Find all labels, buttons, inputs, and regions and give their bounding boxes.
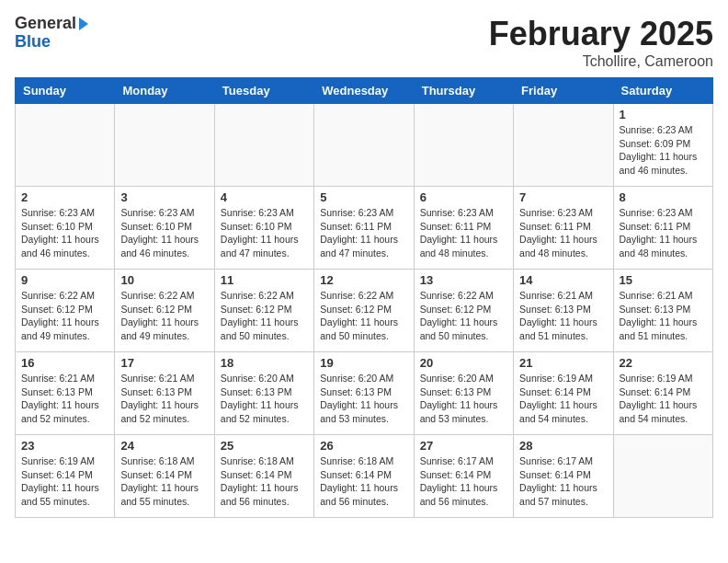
day-number: 1 <box>620 108 707 121</box>
day-number: 10 <box>120 273 208 287</box>
calendar-cell: 15Sunrise: 6:21 AM Sunset: 6:13 PM Dayli… <box>613 270 712 352</box>
calendar-cell: 8Sunrise: 6:23 AM Sunset: 6:11 PM Daylig… <box>613 187 712 270</box>
day-number: 25 <box>221 439 308 453</box>
calendar-cell: 23Sunrise: 6:19 AM Sunset: 6:14 PM Dayli… <box>16 435 115 518</box>
day-info: Sunrise: 6:19 AM Sunset: 6:14 PM Dayligh… <box>21 454 108 509</box>
day-number: 9 <box>21 273 108 287</box>
day-info: Sunrise: 6:22 AM Sunset: 6:12 PM Dayligh… <box>221 289 308 343</box>
calendar-cell <box>414 104 513 187</box>
day-number: 14 <box>519 273 607 287</box>
calendar-cell: 26Sunrise: 6:18 AM Sunset: 6:14 PM Dayli… <box>314 435 414 518</box>
day-number: 15 <box>620 273 707 287</box>
week-row-3: 9Sunrise: 6:22 AM Sunset: 6:12 PM Daylig… <box>16 270 713 352</box>
calendar-cell: 27Sunrise: 6:17 AM Sunset: 6:14 PM Dayli… <box>414 435 513 518</box>
day-number: 7 <box>519 190 607 204</box>
day-info: Sunrise: 6:23 AM Sunset: 6:10 PM Dayligh… <box>120 206 208 260</box>
day-number: 26 <box>320 439 407 453</box>
day-number: 27 <box>420 439 507 453</box>
calendar-cell: 24Sunrise: 6:18 AM Sunset: 6:14 PM Dayli… <box>115 435 214 518</box>
day-number: 28 <box>519 439 607 453</box>
calendar-cell: 18Sunrise: 6:20 AM Sunset: 6:13 PM Dayli… <box>214 352 313 435</box>
calendar-body: 1Sunrise: 6:23 AM Sunset: 6:09 PM Daylig… <box>16 104 713 518</box>
week-row-2: 2Sunrise: 6:23 AM Sunset: 6:10 PM Daylig… <box>16 187 713 270</box>
calendar-cell: 2Sunrise: 6:23 AM Sunset: 6:10 PM Daylig… <box>16 187 115 270</box>
calendar-cell <box>613 435 712 518</box>
day-info: Sunrise: 6:21 AM Sunset: 6:13 PM Dayligh… <box>519 289 607 343</box>
day-info: Sunrise: 6:20 AM Sunset: 6:13 PM Dayligh… <box>221 372 308 426</box>
day-number: 22 <box>620 356 707 370</box>
title-block: February 2025 Tchollire, Cameroon <box>489 15 713 70</box>
weekday-header-row: SundayMondayTuesdayWednesdayThursdayFrid… <box>16 78 713 104</box>
logo-blue: Blue <box>15 33 88 52</box>
day-info: Sunrise: 6:23 AM Sunset: 6:10 PM Dayligh… <box>21 206 108 260</box>
day-info: Sunrise: 6:22 AM Sunset: 6:12 PM Dayligh… <box>120 289 208 343</box>
calendar-cell: 25Sunrise: 6:18 AM Sunset: 6:14 PM Dayli… <box>214 435 313 518</box>
logo: General Blue <box>15 15 88 52</box>
day-info: Sunrise: 6:23 AM Sunset: 6:10 PM Dayligh… <box>221 206 308 260</box>
week-row-1: 1Sunrise: 6:23 AM Sunset: 6:09 PM Daylig… <box>16 104 713 187</box>
day-info: Sunrise: 6:23 AM Sunset: 6:11 PM Dayligh… <box>420 206 507 260</box>
day-number: 6 <box>420 190 507 204</box>
calendar-cell: 5Sunrise: 6:23 AM Sunset: 6:11 PM Daylig… <box>314 187 414 270</box>
calendar-cell: 17Sunrise: 6:21 AM Sunset: 6:13 PM Dayli… <box>115 352 214 435</box>
weekday-friday: Friday <box>514 78 613 104</box>
day-number: 3 <box>120 190 208 204</box>
calendar-cell: 14Sunrise: 6:21 AM Sunset: 6:13 PM Dayli… <box>514 270 613 352</box>
page-header: General Blue February 2025 Tchollire, Ca… <box>15 15 713 70</box>
calendar-cell: 1Sunrise: 6:23 AM Sunset: 6:09 PM Daylig… <box>613 104 712 187</box>
day-number: 12 <box>320 273 407 287</box>
logo-text: General Blue <box>15 15 88 52</box>
day-info: Sunrise: 6:22 AM Sunset: 6:12 PM Dayligh… <box>420 289 507 343</box>
weekday-monday: Monday <box>115 78 214 104</box>
day-info: Sunrise: 6:23 AM Sunset: 6:11 PM Dayligh… <box>519 206 607 260</box>
day-info: Sunrise: 6:23 AM Sunset: 6:11 PM Dayligh… <box>620 206 707 260</box>
day-info: Sunrise: 6:22 AM Sunset: 6:12 PM Dayligh… <box>320 289 407 343</box>
day-info: Sunrise: 6:22 AM Sunset: 6:12 PM Dayligh… <box>21 289 108 343</box>
week-row-4: 16Sunrise: 6:21 AM Sunset: 6:13 PM Dayli… <box>16 352 713 435</box>
day-info: Sunrise: 6:19 AM Sunset: 6:14 PM Dayligh… <box>620 372 707 426</box>
calendar-cell: 6Sunrise: 6:23 AM Sunset: 6:11 PM Daylig… <box>414 187 513 270</box>
weekday-wednesday: Wednesday <box>314 78 414 104</box>
logo-general: General <box>15 14 76 32</box>
day-info: Sunrise: 6:23 AM Sunset: 6:11 PM Dayligh… <box>320 206 407 260</box>
calendar-cell: 3Sunrise: 6:23 AM Sunset: 6:10 PM Daylig… <box>115 187 214 270</box>
day-info: Sunrise: 6:21 AM Sunset: 6:13 PM Dayligh… <box>120 372 208 426</box>
day-number: 13 <box>420 273 507 287</box>
weekday-thursday: Thursday <box>414 78 513 104</box>
calendar-cell <box>514 104 613 187</box>
weekday-saturday: Saturday <box>613 78 712 104</box>
calendar-cell: 19Sunrise: 6:20 AM Sunset: 6:13 PM Dayli… <box>314 352 414 435</box>
day-number: 8 <box>620 190 707 204</box>
day-info: Sunrise: 6:17 AM Sunset: 6:14 PM Dayligh… <box>420 454 507 509</box>
day-info: Sunrise: 6:18 AM Sunset: 6:14 PM Dayligh… <box>221 454 308 509</box>
day-number: 19 <box>320 356 407 370</box>
day-info: Sunrise: 6:21 AM Sunset: 6:13 PM Dayligh… <box>21 372 108 426</box>
day-number: 4 <box>221 190 308 204</box>
weekday-sunday: Sunday <box>16 78 115 104</box>
weekday-tuesday: Tuesday <box>214 78 313 104</box>
calendar-cell: 28Sunrise: 6:17 AM Sunset: 6:14 PM Dayli… <box>514 435 613 518</box>
calendar-cell: 20Sunrise: 6:20 AM Sunset: 6:13 PM Dayli… <box>414 352 513 435</box>
day-number: 17 <box>120 356 208 370</box>
day-info: Sunrise: 6:17 AM Sunset: 6:14 PM Dayligh… <box>519 454 607 509</box>
calendar-cell: 22Sunrise: 6:19 AM Sunset: 6:14 PM Dayli… <box>613 352 712 435</box>
day-number: 24 <box>120 439 208 453</box>
calendar-cell: 13Sunrise: 6:22 AM Sunset: 6:12 PM Dayli… <box>414 270 513 352</box>
day-number: 5 <box>320 190 407 204</box>
calendar-cell <box>314 104 414 187</box>
day-number: 18 <box>221 356 308 370</box>
day-info: Sunrise: 6:18 AM Sunset: 6:14 PM Dayligh… <box>120 454 208 509</box>
calendar-cell: 16Sunrise: 6:21 AM Sunset: 6:13 PM Dayli… <box>16 352 115 435</box>
week-row-5: 23Sunrise: 6:19 AM Sunset: 6:14 PM Dayli… <box>16 435 713 518</box>
calendar-cell: 9Sunrise: 6:22 AM Sunset: 6:12 PM Daylig… <box>16 270 115 352</box>
day-number: 20 <box>420 356 507 370</box>
calendar-cell: 12Sunrise: 6:22 AM Sunset: 6:12 PM Dayli… <box>314 270 414 352</box>
calendar-cell: 7Sunrise: 6:23 AM Sunset: 6:11 PM Daylig… <box>514 187 613 270</box>
logo-arrow-icon <box>79 17 88 30</box>
calendar-cell <box>115 104 214 187</box>
calendar-cell: 11Sunrise: 6:22 AM Sunset: 6:12 PM Dayli… <box>214 270 313 352</box>
location: Tchollire, Cameroon <box>489 53 713 70</box>
day-number: 16 <box>21 356 108 370</box>
calendar-cell: 4Sunrise: 6:23 AM Sunset: 6:10 PM Daylig… <box>214 187 313 270</box>
day-number: 11 <box>221 273 308 287</box>
